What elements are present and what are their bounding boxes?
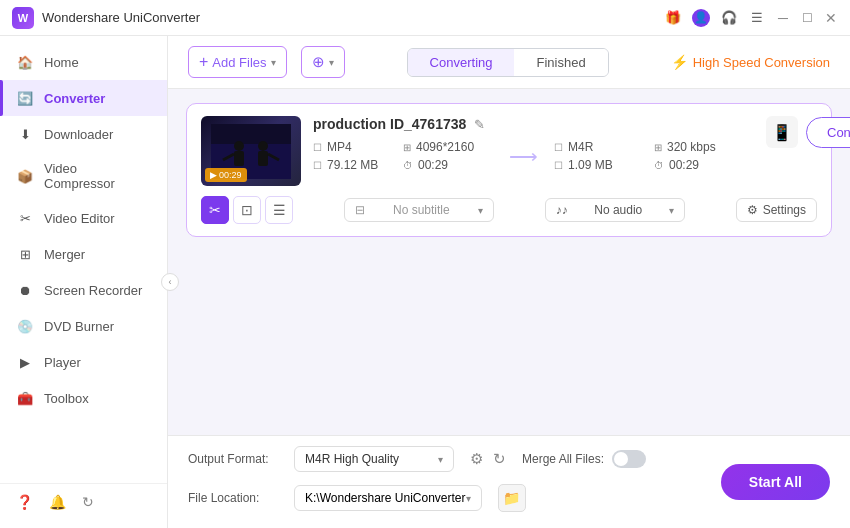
source-format-value: MP4 <box>327 140 352 154</box>
tab-finished[interactable]: Finished <box>514 49 607 76</box>
tab-converting[interactable]: Converting <box>408 49 515 76</box>
close-button[interactable]: ✕ <box>824 11 838 25</box>
menu-icon[interactable]: ☰ <box>748 9 766 27</box>
sidebar-item-video-compressor[interactable]: 📦 Video Compressor <box>0 152 167 200</box>
settings-icon-bottom[interactable]: ⚙ <box>470 450 483 468</box>
thumbnail-duration: ▶00:29 <box>205 168 247 182</box>
output-format-value: M4R <box>568 140 593 154</box>
sidebar-item-home[interactable]: 🏠 Home <box>0 44 167 80</box>
headset-icon[interactable]: 🎧 <box>720 9 738 27</box>
file-thumbnail: ▶00:29 <box>201 116 301 186</box>
help-icon[interactable]: ❓ <box>16 494 33 510</box>
converter-icon: 🔄 <box>16 89 34 107</box>
tab-group: Converting Finished <box>407 48 609 77</box>
bottombar: Output Format: M4R High Quality ▾ ⚙ ↻ Me… <box>168 435 850 528</box>
tool-buttons: ✂ ⊡ ☰ <box>201 196 293 224</box>
toggle-knob <box>614 452 628 466</box>
sidebar-item-video-editor[interactable]: ✂ Video Editor <box>0 200 167 236</box>
lightning-icon: ⚡ <box>671 54 688 70</box>
add-more-button[interactable]: ⊕ ▾ <box>301 46 345 78</box>
file-name: production ID_4761738 <box>313 116 466 132</box>
start-all-button[interactable]: Start All <box>721 464 830 500</box>
arrow-area: ⟶ <box>493 144 554 168</box>
downloader-icon: ⬇ <box>16 125 34 143</box>
device-target-icon[interactable]: 📱 <box>766 116 798 148</box>
sidebar-item-toolbox[interactable]: 🧰 Toolbox <box>0 380 167 416</box>
output-format: ☐ M4R <box>554 140 654 154</box>
crop-button[interactable]: ⊡ <box>233 196 261 224</box>
file-info: production ID_4761738 ✎ ☐ MP4 <box>313 116 754 172</box>
sidebar-item-converter[interactable]: 🔄 Converter <box>0 80 167 116</box>
output-format-row: Output Format: M4R High Quality ▾ ⚙ ↻ Me… <box>188 446 646 472</box>
file-card: ▶00:29 production ID_4761738 ✎ <box>186 103 832 237</box>
add-more-icon: ⊕ <box>312 53 325 71</box>
output-format-select[interactable]: M4R High Quality ▾ <box>294 446 454 472</box>
sidebar-label-dvd: DVD Burner <box>44 319 114 334</box>
file-location-value: K:\Wondershare UniConverter <box>305 491 466 505</box>
format-icons: ⚙ ↻ <box>470 450 506 468</box>
user-icon[interactable]: 👤 <box>692 9 710 27</box>
location-chevron: ▾ <box>466 493 471 504</box>
output-duration-icon: ⏱ <box>654 160 664 171</box>
audio-chevron: ▾ <box>669 205 674 216</box>
high-speed-conversion[interactable]: ⚡ High Speed Conversion <box>671 54 830 70</box>
output-bitrate-value: 320 kbps <box>667 140 716 154</box>
merge-row: Merge All Files: <box>522 450 646 468</box>
sidebar-label-converter: Converter <box>44 91 105 106</box>
notification-icon[interactable]: 🔔 <box>49 494 66 510</box>
merge-toggle[interactable] <box>612 450 646 468</box>
sidebar-item-dvd-burner[interactable]: 💿 DVD Burner <box>0 308 167 344</box>
add-files-button[interactable]: + Add Files ▾ <box>188 46 287 78</box>
gift-icon[interactable]: 🎁 <box>664 9 682 27</box>
player-icon: ▶ <box>16 353 34 371</box>
dvd-icon: 💿 <box>16 317 34 335</box>
output-format-value: M4R High Quality <box>305 452 399 466</box>
file-card-bottom: ✂ ⊡ ☰ ⊟ No subtitle ▾ ♪♪ No audio ▾ <box>201 196 817 224</box>
file-location-row: File Location: K:\Wondershare UniConvert… <box>188 484 646 512</box>
audio-value: No audio <box>594 203 642 217</box>
edit-filename-icon[interactable]: ✎ <box>474 117 485 132</box>
sidebar-label-editor: Video Editor <box>44 211 115 226</box>
editor-icon: ✂ <box>16 209 34 227</box>
audio-wave-icon: ♪♪ <box>556 203 568 217</box>
sidebar-item-player[interactable]: ▶ Player <box>0 344 167 380</box>
file-area: ▶00:29 production ID_4761738 ✎ <box>168 89 850 435</box>
format-chevron: ▾ <box>438 454 443 465</box>
content-area: + Add Files ▾ ⊕ ▾ Converting Finished ⚡ … <box>168 36 850 528</box>
svg-rect-3 <box>234 151 244 166</box>
source-meta: ☐ MP4 ☐ 79.12 MB <box>313 140 403 172</box>
sidebar-item-downloader[interactable]: ⬇ Downloader <box>0 116 167 152</box>
sidebar-collapse-button[interactable]: ‹ <box>161 273 179 291</box>
sidebar-item-screen-recorder[interactable]: ⏺ Screen Recorder <box>0 272 167 308</box>
titlebar: W Wondershare UniConverter 🎁 👤 🎧 ☰ ─ ☐ ✕ <box>0 0 850 36</box>
maximize-button[interactable]: ☐ <box>800 11 814 25</box>
subtitle-selector[interactable]: ⊟ No subtitle ▾ <box>344 198 494 222</box>
convert-button[interactable]: Convert <box>806 117 850 148</box>
output-format-label: Output Format: <box>188 452 278 466</box>
file-location-select[interactable]: K:\Wondershare UniConverter ▾ <box>294 485 482 511</box>
refresh-icon[interactable]: ↻ <box>82 494 94 510</box>
output-duration: ⏱ 00:29 <box>654 158 754 172</box>
browse-folder-button[interactable]: 📁 <box>498 484 526 512</box>
subtitle-icon: ⊟ <box>355 203 365 217</box>
topbar-actions: + Add Files ▾ ⊕ ▾ <box>188 46 345 78</box>
settings-button[interactable]: ⚙ Settings <box>736 198 817 222</box>
sidebar-label-compressor: Video Compressor <box>44 161 151 191</box>
sidebar-label-player: Player <box>44 355 81 370</box>
refresh-settings-icon[interactable]: ↻ <box>493 450 506 468</box>
sidebar-bottom: ❓ 🔔 ↻ <box>0 483 167 520</box>
output-format-icon: ☐ <box>554 142 563 153</box>
scissors-button[interactable]: ✂ <box>201 196 229 224</box>
sidebar-item-merger[interactable]: ⊞ Merger <box>0 236 167 272</box>
output-size-value: 1.09 MB <box>568 158 613 172</box>
file-meta: ☐ MP4 ☐ 79.12 MB ⊞ <box>313 140 754 172</box>
format-icon: ☐ <box>313 142 322 153</box>
audio-selector[interactable]: ♪♪ No audio ▾ <box>545 198 685 222</box>
effects-button[interactable]: ☰ <box>265 196 293 224</box>
output-size-icon: ☐ <box>554 160 563 171</box>
minimize-button[interactable]: ─ <box>776 11 790 25</box>
svg-point-2 <box>234 141 244 151</box>
output-meta: ☐ M4R ☐ 1.09 MB <box>554 140 654 172</box>
titlebar-left: W Wondershare UniConverter <box>12 7 200 29</box>
sidebar-label-merger: Merger <box>44 247 85 262</box>
